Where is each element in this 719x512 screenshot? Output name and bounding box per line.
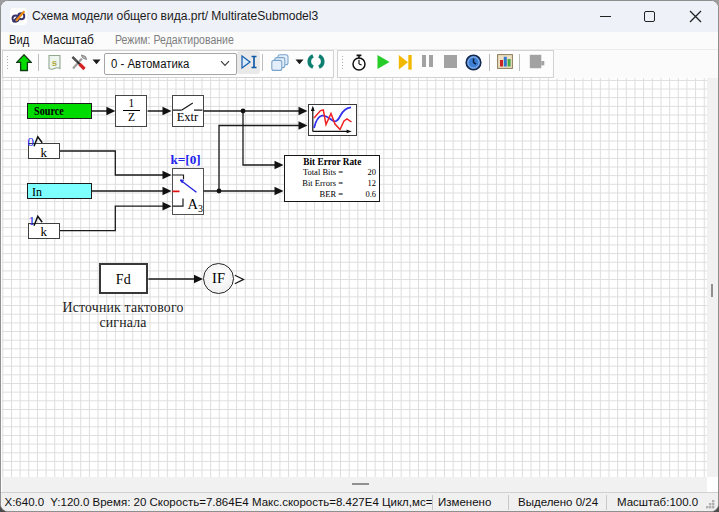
svg-text:s: s xyxy=(52,57,57,68)
